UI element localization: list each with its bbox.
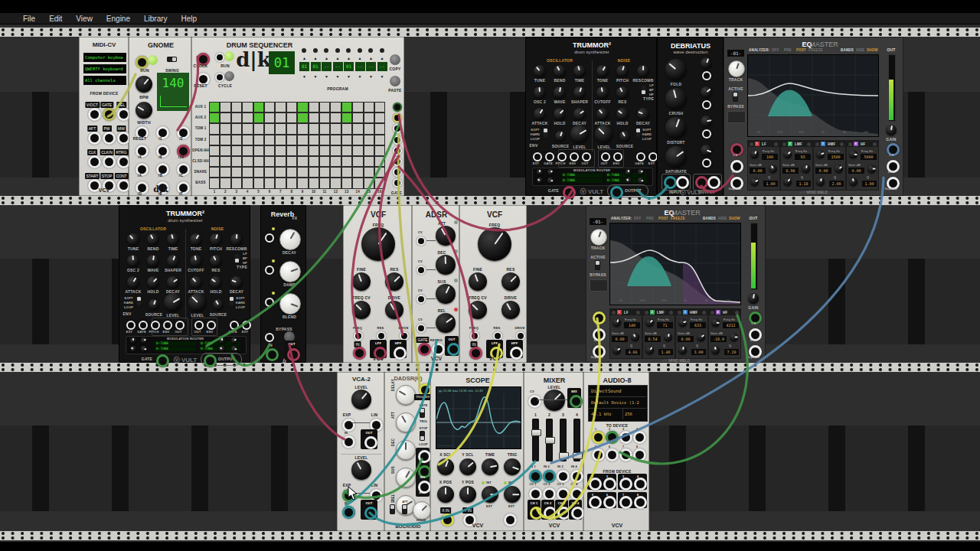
debriatus-cv-knob[interactable] — [701, 145, 712, 156]
trummor-source-knob[interactable] — [213, 299, 224, 310]
adsr-cv-jack[interactable] — [416, 236, 426, 246]
rate-value[interactable]: 44.1 kHz — [590, 409, 622, 419]
band-gain-knob[interactable] — [802, 165, 810, 173]
debriatus-cv-knob[interactable] — [701, 57, 712, 69]
vcf-drive-knob[interactable] — [385, 301, 403, 319]
ds-grid-cell[interactable] — [341, 102, 352, 112]
ds-grid-cell[interactable] — [341, 123, 352, 134]
trummor-source-knob[interactable] — [555, 131, 566, 142]
gain-knob[interactable] — [886, 125, 897, 135]
ds-grid-cell[interactable] — [352, 178, 363, 188]
band-side-button[interactable] — [840, 142, 844, 146]
vcf-res-knob[interactable] — [501, 272, 520, 291]
ds-grid-cell[interactable] — [297, 156, 308, 167]
adsr-knob-dec[interactable] — [436, 255, 456, 275]
menu-item-file[interactable]: File — [23, 15, 35, 23]
scope-knob-yscl[interactable] — [459, 458, 476, 475]
scope-knob-time[interactable] — [482, 458, 498, 475]
vcf-hpf-jack[interactable] — [510, 347, 523, 360]
ds-grid-cell[interactable] — [242, 178, 253, 188]
analyzer-opt-post[interactable]: POST — [658, 217, 668, 221]
gnome-run-jack[interactable] — [136, 56, 149, 69]
ds-grid-cell[interactable] — [264, 156, 275, 167]
analyzer-opt-off[interactable]: OFF — [772, 48, 779, 53]
dadsr-speed-switch[interactable] — [390, 504, 395, 514]
ds-grid-cell[interactable] — [319, 135, 330, 145]
ds-grid-cell[interactable] — [220, 167, 230, 178]
trummor-noise-knob[interactable] — [190, 276, 202, 289]
trummor-env-switch[interactable] — [543, 128, 548, 138]
dadsr-cycle-switch[interactable] — [420, 431, 425, 441]
trummor-jack-gate[interactable] — [230, 321, 239, 330]
ds-grid-cell[interactable] — [319, 156, 330, 167]
ds-grid-cell[interactable] — [297, 135, 308, 145]
mixer-fader-1[interactable] — [532, 419, 539, 461]
trummor-noise-knob[interactable] — [210, 255, 222, 267]
driver-value[interactable]: DirectSound — [590, 386, 646, 396]
vca-in-jack[interactable] — [342, 506, 355, 519]
ds-grid-cell[interactable] — [352, 167, 363, 178]
ds-grid-cell[interactable] — [275, 135, 286, 145]
scope-knob-ypos[interactable] — [459, 486, 476, 503]
reverb-in-jack[interactable] — [266, 348, 279, 361]
router-knob[interactable] — [231, 337, 237, 344]
band-freq-knob[interactable] — [783, 150, 792, 158]
ds-grid-cell[interactable] — [364, 123, 374, 134]
ds-grid-cell[interactable] — [374, 112, 385, 123]
mixer-chcv-jack-2[interactable] — [543, 487, 556, 500]
dadsr-hold-knob[interactable] — [413, 501, 431, 520]
ds-grid-cell[interactable] — [364, 135, 374, 145]
ds-grid-cell[interactable] — [330, 145, 341, 156]
analyzer-opt-pre[interactable]: PRE — [784, 48, 792, 53]
reverb-knob-decay[interactable] — [279, 229, 301, 250]
audio-to-jack-4[interactable] — [633, 431, 646, 444]
ds-grid-cell[interactable] — [231, 178, 242, 188]
debriatus-cv-jack[interactable] — [702, 129, 711, 139]
trummor-gate-jack[interactable] — [156, 354, 169, 367]
reverb-bypass-jack[interactable] — [265, 333, 274, 342]
ds-gate-jack-5[interactable] — [393, 146, 402, 155]
band-side-button[interactable] — [702, 311, 706, 315]
scope-knob-trig[interactable] — [504, 458, 521, 475]
ds-grid-cell[interactable] — [297, 145, 308, 156]
mixer-chcv-jack-1[interactable] — [529, 487, 542, 500]
trummor-jack-env[interactable] — [570, 152, 579, 161]
ds-grid-cell[interactable] — [352, 112, 363, 123]
ds-gate-jack-7[interactable] — [393, 168, 402, 177]
ds-grid-cell[interactable] — [231, 156, 242, 167]
mixer-chcv-jack-3[interactable] — [557, 487, 570, 500]
ds-grid-cell[interactable] — [220, 178, 230, 188]
trummor-jack-gate[interactable] — [545, 152, 554, 161]
vcf-drive-knob[interactable] — [501, 301, 520, 319]
scope-knob-xscl[interactable] — [437, 458, 454, 475]
ds-grid-cell[interactable] — [264, 102, 275, 112]
fader-handle[interactable] — [559, 452, 569, 459]
ds-grid-cell[interactable] — [352, 135, 363, 145]
dadsr-knob-delay[interactable] — [396, 385, 416, 405]
band-side-button[interactable] — [750, 142, 753, 146]
adsr-knob-sus[interactable] — [436, 284, 456, 304]
debriatus-cv-jack[interactable] — [702, 71, 711, 80]
ds-grid-cell[interactable] — [286, 112, 297, 123]
band-side-button[interactable] — [669, 311, 673, 315]
ds-grid-cell[interactable] — [330, 102, 341, 112]
ds-grid-cell[interactable] — [209, 167, 220, 178]
trummor-jack-env[interactable] — [207, 321, 216, 330]
adsr-cv-jack[interactable] — [416, 324, 426, 333]
trummor-jack-out[interactable] — [175, 321, 185, 330]
ds-grid-cell[interactable] — [275, 112, 286, 123]
trummor-gate-jack[interactable] — [563, 186, 576, 199]
ds-grid-cell[interactable] — [330, 112, 341, 123]
vcf-res-knob[interactable] — [385, 272, 403, 291]
ds-grid-cell[interactable] — [231, 167, 242, 178]
vca-exp-jack[interactable] — [342, 419, 355, 432]
trummor-noise-knob[interactable] — [596, 108, 609, 120]
reverb-cv-jack[interactable] — [265, 233, 274, 243]
vcf-fine-knob[interactable] — [469, 272, 487, 291]
trummor-osc-knob[interactable] — [534, 65, 546, 77]
audio-to-jack-2[interactable] — [606, 431, 619, 444]
vcf-freqcv-knob[interactable] — [469, 301, 487, 319]
mixer-fader-4[interactable] — [573, 419, 580, 461]
ds-grid-cell[interactable] — [231, 123, 242, 134]
ds-grid-cell[interactable] — [275, 156, 286, 167]
